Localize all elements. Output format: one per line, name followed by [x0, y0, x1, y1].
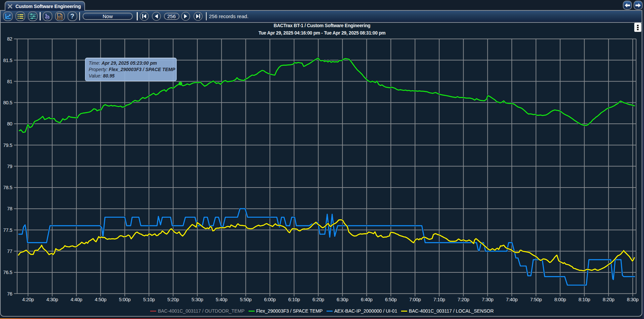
svg-text:7:30p: 7:30p	[482, 297, 493, 302]
svg-text:7:40p: 7:40p	[506, 297, 518, 302]
svg-text:6:20p: 6:20p	[312, 297, 324, 302]
svg-text:8:00p: 8:00p	[554, 297, 566, 302]
svg-text:79.5: 79.5	[3, 143, 12, 148]
svg-text:79: 79	[7, 164, 12, 169]
svg-text:76: 76	[7, 291, 12, 297]
svg-text:80.5: 80.5	[3, 100, 12, 105]
svg-text:8:20p: 8:20p	[603, 297, 614, 302]
svg-text:82: 82	[7, 36, 12, 42]
svg-text:76.5: 76.5	[3, 270, 12, 275]
svg-text:6:40p: 6:40p	[361, 297, 373, 302]
svg-text:8:10p: 8:10p	[578, 297, 590, 302]
svg-text:5:10p: 5:10p	[143, 297, 155, 302]
svg-text:7:10p: 7:10p	[433, 297, 445, 302]
svg-text:5:40p: 5:40p	[216, 297, 227, 302]
svg-text:4:20p: 4:20p	[22, 297, 34, 302]
svg-text:5:50p: 5:50p	[240, 297, 252, 302]
svg-text:6:50p: 6:50p	[385, 297, 397, 302]
svg-text:81.5: 81.5	[3, 58, 12, 63]
svg-text:7:50p: 7:50p	[530, 297, 542, 302]
svg-text:4:40p: 4:40p	[71, 297, 82, 302]
svg-text:4:30p: 4:30p	[46, 297, 58, 302]
svg-text:77.5: 77.5	[3, 227, 12, 233]
svg-text:78: 78	[7, 206, 12, 211]
svg-text:81: 81	[7, 79, 12, 84]
svg-text:6:10p: 6:10p	[288, 297, 300, 302]
svg-text:77: 77	[7, 249, 12, 254]
svg-text:8:30p: 8:30p	[627, 297, 639, 302]
svg-text:5:30p: 5:30p	[191, 297, 203, 302]
svg-text:4:50p: 4:50p	[95, 297, 106, 302]
svg-text:7:20p: 7:20p	[458, 297, 469, 302]
svg-text:78.5: 78.5	[3, 185, 12, 190]
svg-text:?: ?	[70, 13, 74, 20]
svg-text:5:20p: 5:20p	[167, 297, 179, 302]
svg-text:80: 80	[7, 121, 12, 126]
svg-text:5:00p: 5:00p	[119, 297, 131, 302]
svg-text:6:00p: 6:00p	[264, 297, 276, 302]
svg-text:7:00p: 7:00p	[409, 297, 421, 302]
svg-text:6:30p: 6:30p	[337, 297, 348, 302]
